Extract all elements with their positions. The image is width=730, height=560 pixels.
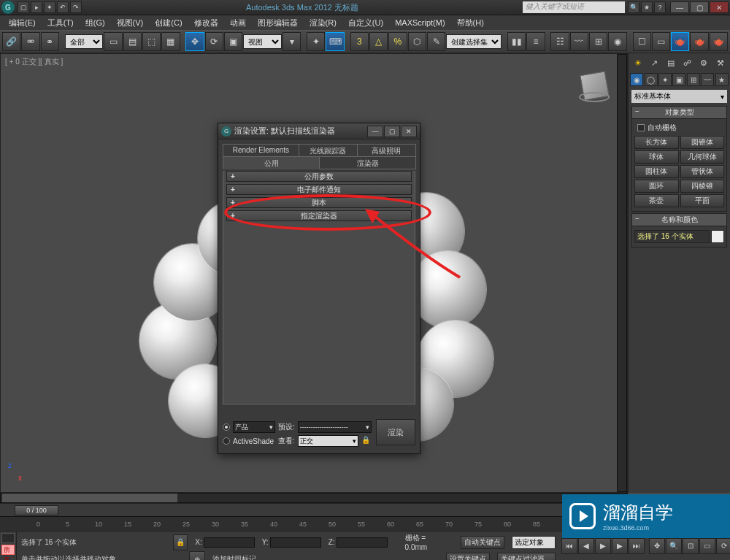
coord-y-input[interactable]	[270, 537, 321, 548]
menu-graph[interactable]: 图形编辑器	[252, 16, 304, 30]
menu-create[interactable]: 创建(C)	[149, 16, 188, 30]
menu-modifier[interactable]: 修改器	[188, 16, 224, 30]
space-tab-icon[interactable]: 〰	[701, 73, 714, 86]
angle-snap-icon[interactable]: △	[369, 32, 388, 51]
view-dropdown[interactable]: 正交▾	[298, 435, 358, 447]
link2-icon[interactable]: ☍	[682, 57, 694, 69]
viewcube[interactable]	[576, 69, 612, 105]
star-icon[interactable]: ★	[641, 1, 653, 13]
scale-icon[interactable]: ▣	[224, 32, 242, 51]
spinner-snap-icon[interactable]: ⬡	[408, 32, 426, 51]
rollout-common-params[interactable]: 公用参数	[226, 171, 412, 182]
addtime-label[interactable]: 添加时间标记	[212, 554, 431, 560]
product-radio[interactable]	[223, 423, 230, 431]
autogrid-checkbox[interactable]: 自动栅格	[634, 121, 724, 134]
selkey-dropdown[interactable]: 选定对象	[512, 536, 556, 549]
dialog-min-button[interactable]: —	[367, 126, 383, 137]
move-icon[interactable]: ✥	[185, 32, 204, 51]
product-dropdown[interactable]: 产品▾	[233, 421, 275, 433]
object-color-swatch[interactable]	[711, 230, 724, 243]
tab-renderer[interactable]: 渲染器	[319, 156, 416, 169]
name-color-rollout-header[interactable]: 名称和颜色	[631, 213, 727, 226]
geometry-tab-icon[interactable]: ◉	[630, 73, 643, 86]
hammer-icon[interactable]: ⚒	[715, 57, 726, 69]
named-selection-dropdown[interactable]: 创建选择集	[446, 34, 502, 49]
play-next-icon[interactable]: ▶	[612, 538, 628, 554]
render-setup-icon[interactable]: ☐	[633, 32, 651, 51]
sphere-button[interactable]: 球体	[634, 150, 679, 164]
snap-3-icon[interactable]: 3	[350, 32, 369, 51]
systems-tab-icon[interactable]: ★	[715, 73, 729, 86]
layers-icon[interactable]: ☷	[550, 32, 569, 51]
tab-adv-lighting[interactable]: 高级照明	[357, 144, 416, 157]
menu-custom[interactable]: 自定义(U)	[342, 16, 389, 30]
help-search-input[interactable]: 健入关键字或短语	[523, 1, 625, 13]
pivot-icon[interactable]: ▾	[283, 32, 301, 51]
new-icon[interactable]: ▢	[18, 1, 29, 13]
zoom-icon[interactable]: 🔍	[666, 538, 682, 554]
plane-button[interactable]: 平面	[680, 194, 725, 207]
render-button[interactable]: 渲染	[376, 419, 415, 445]
window-crossing-icon[interactable]: ▦	[161, 32, 180, 51]
undo-icon[interactable]: ↶	[57, 1, 69, 13]
sun-icon[interactable]: ☀	[632, 57, 644, 69]
render-icon[interactable]: 🫖	[671, 32, 689, 51]
bind-icon[interactable]: ⚭	[41, 32, 59, 51]
align-icon[interactable]: ≡	[526, 32, 545, 51]
object-type-rollout-header[interactable]: 对象类型	[631, 106, 727, 119]
rollout-assign-renderer[interactable]: 指定渲染器	[226, 210, 412, 221]
selection-filter-dropdown[interactable]: 全部	[65, 34, 104, 49]
rollout-email[interactable]: 电子邮件通知	[226, 184, 412, 195]
viewport-label[interactable]: [ + 0 正交 ][ 真实 ]	[5, 57, 63, 67]
manip-icon[interactable]: ✦	[307, 32, 325, 51]
render-prod-icon[interactable]: 🫖	[690, 32, 708, 51]
edit-named-sel-icon[interactable]: ✎	[427, 32, 445, 51]
refcoord-dropdown[interactable]: 视图	[243, 34, 282, 49]
coord-z-input[interactable]	[337, 537, 388, 548]
setkey-button[interactable]: 设置关键点	[446, 553, 490, 560]
helpers-tab-icon[interactable]: ⊞	[687, 73, 700, 86]
link-icon[interactable]: 🔗	[2, 32, 20, 51]
select-region-icon[interactable]: ⬚	[142, 32, 161, 51]
tube-button[interactable]: 管状体	[680, 165, 725, 178]
cylinder-button[interactable]: 圆柱体	[634, 165, 679, 178]
keyfilter-button[interactable]: 关键点过滤器...	[497, 553, 556, 560]
orbit-icon[interactable]: ⟳	[716, 538, 730, 554]
lock-selection-icon[interactable]: 🔒	[173, 534, 188, 551]
tab-render-elements[interactable]: Render Elements	[223, 144, 299, 157]
menu-view[interactable]: 视图(V)	[111, 16, 150, 30]
binoculars-icon[interactable]: 🔍	[628, 1, 639, 13]
menu-tools[interactable]: 工具(T)	[42, 16, 80, 30]
open-icon[interactable]: ▸	[31, 1, 42, 13]
rotate-icon[interactable]: ⟳	[205, 32, 223, 51]
object-name-input[interactable]: 选择了 16 个实体	[634, 230, 710, 243]
maximize-button[interactable]: ▢	[690, 1, 709, 13]
cone-button[interactable]: 圆锥体	[680, 136, 725, 149]
menu-anim[interactable]: 动画	[224, 16, 252, 30]
menu-help[interactable]: 帮助(H)	[451, 16, 490, 30]
preset-dropdown[interactable]: ----------------------▾	[298, 421, 372, 433]
time-slider-handle[interactable]: 0 / 100	[15, 505, 58, 515]
dialog-max-button[interactable]: ▢	[384, 126, 400, 137]
coord-x-input[interactable]	[204, 537, 255, 548]
save-icon[interactable]: ✦	[44, 1, 55, 13]
viewport-vscroll[interactable]	[617, 54, 627, 492]
select-icon[interactable]: ▭	[104, 32, 122, 51]
help-icon[interactable]: ?	[654, 1, 666, 13]
pan-icon[interactable]: ✥	[649, 538, 665, 554]
gear-icon[interactable]: ⚙	[698, 57, 710, 69]
mirror-icon[interactable]: ▮▮	[507, 32, 526, 51]
close-button[interactable]: ✕	[710, 1, 729, 13]
schematic-icon[interactable]: ⊞	[589, 32, 607, 51]
tab-raytracer[interactable]: 光线跟踪器	[299, 144, 358, 157]
zoom-all-icon[interactable]: ⊡	[683, 538, 699, 554]
percent-snap-icon[interactable]: %	[388, 32, 407, 51]
redo-icon[interactable]: ↷	[70, 1, 82, 13]
cameras-tab-icon[interactable]: ▣	[672, 73, 685, 86]
autokey-button[interactable]: 自动关键点	[461, 536, 504, 549]
box-button[interactable]: 长方体	[634, 136, 679, 149]
render-frame-icon[interactable]: ▭	[652, 32, 670, 51]
select-name-icon[interactable]: ▤	[123, 32, 142, 51]
keyboard-shortcut-icon[interactable]: ⌨	[326, 32, 344, 51]
torus-button[interactable]: 圆环	[634, 180, 679, 193]
